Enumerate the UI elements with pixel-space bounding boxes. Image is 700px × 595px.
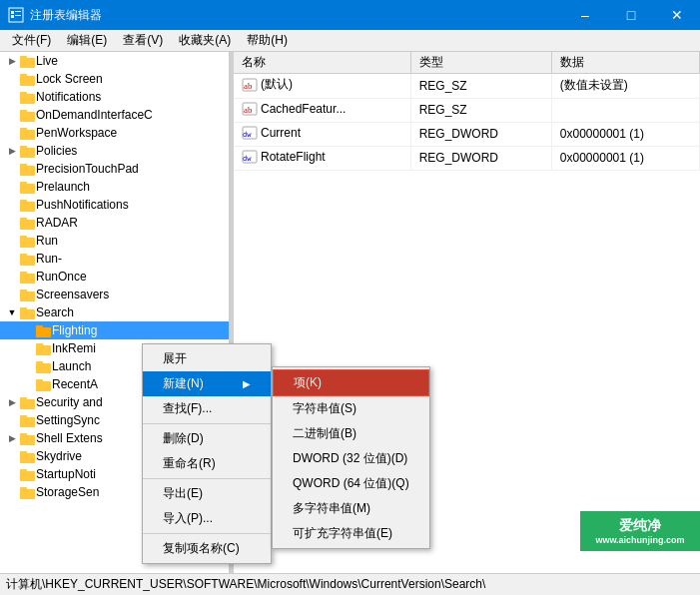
- svg-rect-4: [15, 15, 21, 16]
- tree-item-lockscreen[interactable]: ▶ Lock Screen: [0, 70, 229, 88]
- ctx-copy-name[interactable]: 复制项名称(C): [143, 536, 271, 561]
- folder-icon-run: [20, 235, 36, 248]
- folder-icon-screensavers: [20, 289, 36, 301]
- folder-icon-recenta: [36, 378, 52, 391]
- svg-rect-19: [20, 184, 35, 194]
- tree-label-ondemand: OnDemandInterfaceC: [36, 108, 153, 122]
- folder-icon-runonce: [20, 271, 36, 284]
- submenu-item-qword[interactable]: QWORD (64 位值)(Q): [273, 471, 429, 496]
- folder-icon-inkrmi: [36, 342, 52, 355]
- context-menu: 展开 新建(N) ▶ 查找(F)... 删除(D) 重命名(R) 导出(E) 导…: [142, 343, 272, 564]
- menu-file[interactable]: 文件(F): [4, 30, 59, 51]
- tree-item-flighting[interactable]: Flighting: [0, 321, 229, 339]
- submenu-item-binary[interactable]: 二进制值(B): [273, 421, 429, 446]
- table-row[interactable]: ab (默认) REG_SZ (数值未设置): [234, 74, 700, 99]
- submenu-item-expandstring[interactable]: 可扩充字符串值(E): [273, 521, 429, 546]
- menu-bar: 文件(F) 编辑(E) 查看(V) 收藏夹(A) 帮助(H): [0, 30, 700, 52]
- tree-label-skydrive: Skydrive: [36, 449, 82, 463]
- row-type: REG_SZ: [410, 74, 551, 99]
- tree-item-live[interactable]: ▶ Live: [0, 52, 229, 70]
- registry-values-table: 名称 类型 数据 ab (默认) REG_SZ (数值未设置): [234, 52, 700, 171]
- watermark-line1: 爱纯净: [619, 517, 661, 535]
- ctx-find[interactable]: 查找(F)...: [143, 396, 271, 421]
- svg-rect-48: [20, 433, 27, 436]
- svg-rect-2: [15, 11, 21, 12]
- svg-rect-34: [20, 307, 27, 310]
- tree-item-ondemand[interactable]: ▶ OnDemandInterfaceC: [0, 106, 229, 124]
- row-name: ab CachedFeatur...: [234, 98, 410, 122]
- ctx-expand[interactable]: 展开: [143, 346, 271, 371]
- table-row[interactable]: ab CachedFeatur... REG_SZ: [234, 98, 700, 122]
- svg-rect-32: [20, 290, 27, 293]
- ctx-separator-3: [143, 533, 271, 534]
- tree-item-penworkspace[interactable]: PenWorkspace: [0, 124, 229, 142]
- svg-rect-7: [20, 76, 35, 86]
- minimize-button[interactable]: –: [562, 0, 608, 30]
- tree-item-rundash[interactable]: Run-: [0, 250, 229, 268]
- svg-rect-42: [36, 379, 43, 382]
- folder-icon-security: [20, 396, 36, 409]
- tree-item-prelaunch[interactable]: Prelaunch: [0, 178, 229, 196]
- svg-rect-53: [20, 489, 35, 499]
- close-button[interactable]: ✕: [654, 0, 700, 30]
- tree-label-inkrmi: InkRemi: [52, 341, 96, 355]
- table-row[interactable]: dw RotateFlight REG_DWORD 0x00000001 (1): [234, 146, 700, 170]
- menu-help[interactable]: 帮助(H): [239, 30, 296, 51]
- submenu-item-key[interactable]: 项(K): [273, 369, 429, 396]
- tree-item-pushnotifications[interactable]: PushNotifications: [0, 196, 229, 214]
- maximize-button[interactable]: □: [608, 0, 654, 30]
- tree-item-run[interactable]: Run: [0, 232, 229, 250]
- folder-icon-flighting: [36, 324, 52, 337]
- ab-icon: ab: [242, 101, 258, 117]
- ctx-delete[interactable]: 删除(D): [143, 426, 271, 451]
- tree-item-notifications[interactable]: ▶ Notifications: [0, 88, 229, 106]
- tree-label-notifications: Notifications: [36, 90, 101, 104]
- ctx-export[interactable]: 导出(E): [143, 481, 271, 506]
- svg-rect-30: [20, 272, 27, 275]
- tree-label-screensavers: Screensavers: [36, 288, 109, 301]
- tree-label-recenta: RecentA: [52, 377, 98, 391]
- tree-label-radar: RADAR: [36, 216, 78, 230]
- menu-view[interactable]: 查看(V): [115, 30, 171, 51]
- svg-rect-15: [20, 148, 35, 158]
- col-header-data: 数据: [551, 52, 699, 74]
- tree-item-precisiontouchpad[interactable]: PrecisionTouchPad: [0, 160, 229, 178]
- folder-icon-startupnoti: [20, 468, 36, 481]
- table-row[interactable]: dw Current REG_DWORD 0x00000001 (1): [234, 122, 700, 146]
- row-type: REG_SZ: [410, 98, 551, 122]
- ctx-rename[interactable]: 重命名(R): [143, 451, 271, 476]
- svg-rect-45: [20, 417, 35, 427]
- ctx-import[interactable]: 导入(P)...: [143, 506, 271, 531]
- tree-item-policies[interactable]: ▶ Policies: [0, 142, 229, 160]
- tree-item-runonce[interactable]: RunOnce: [0, 268, 229, 286]
- menu-edit[interactable]: 编辑(E): [59, 30, 115, 51]
- tree-item-radar[interactable]: RADAR: [0, 214, 229, 232]
- submenu-item-multistring[interactable]: 多字符串值(M): [273, 496, 429, 521]
- svg-rect-41: [36, 381, 51, 391]
- main-content: ▶ Live ▶ Lock Screen ▶ Notifications ▶ O…: [0, 52, 700, 573]
- folder-icon-penworkspace: [20, 127, 36, 140]
- svg-rect-8: [20, 74, 27, 77]
- svg-rect-39: [36, 363, 51, 373]
- tree-item-search[interactable]: ▼ Search: [0, 303, 229, 321]
- svg-rect-3: [11, 15, 14, 18]
- toggle-search: ▼: [4, 303, 20, 321]
- svg-text:dw: dw: [243, 155, 252, 163]
- svg-rect-5: [20, 58, 35, 68]
- svg-rect-22: [20, 200, 27, 203]
- folder-icon-search: [20, 306, 36, 319]
- toggle-shellextens: ▶: [4, 429, 20, 447]
- folder-icon-prelaunch: [20, 181, 36, 194]
- submenu-new: 项(K) 字符串值(S) 二进制值(B) DWORD (32 位值)(D) QW…: [272, 366, 430, 549]
- svg-rect-33: [20, 309, 35, 319]
- ctx-separator-2: [143, 478, 271, 479]
- submenu-item-string[interactable]: 字符串值(S): [273, 396, 429, 421]
- svg-rect-1: [11, 11, 14, 14]
- ctx-separator-1: [143, 423, 271, 424]
- tree-label-search: Search: [36, 305, 74, 319]
- menu-favorites[interactable]: 收藏夹(A): [171, 30, 239, 51]
- ctx-new[interactable]: 新建(N) ▶: [143, 371, 271, 396]
- submenu-item-dword[interactable]: DWORD (32 位值)(D): [273, 446, 429, 471]
- tree-item-screensavers[interactable]: Screensavers: [0, 286, 229, 303]
- tree-label-storagesen: StorageSen: [36, 485, 99, 499]
